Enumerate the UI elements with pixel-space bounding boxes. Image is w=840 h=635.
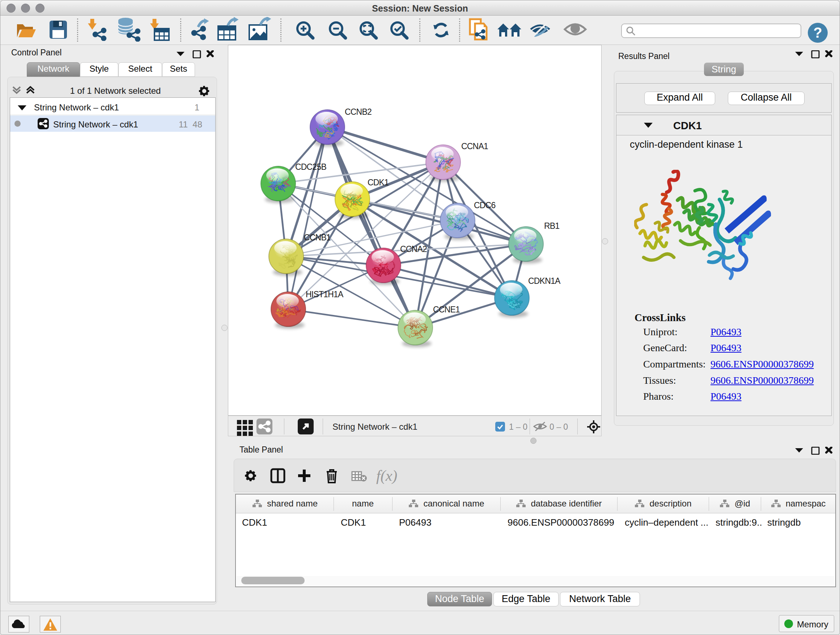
svg-text:HIST1H1A: HIST1H1A bbox=[306, 290, 344, 299]
svg-text:CCNA1: CCNA1 bbox=[461, 141, 488, 151]
svg-text:RB1: RB1 bbox=[544, 221, 559, 231]
svg-text:CCNB1: CCNB1 bbox=[304, 233, 331, 242]
svg-text:CCNB2: CCNB2 bbox=[345, 107, 371, 117]
svg-text:CDK1: CDK1 bbox=[368, 178, 388, 187]
svg-text:CCNE1: CCNE1 bbox=[433, 305, 460, 314]
svg-text:CDC6: CDC6 bbox=[474, 201, 495, 210]
svg-text:CCNA2: CCNA2 bbox=[400, 244, 427, 254]
svg-text:CDKN1A: CDKN1A bbox=[528, 276, 561, 286]
svg-text:CDC25B: CDC25B bbox=[295, 162, 326, 172]
